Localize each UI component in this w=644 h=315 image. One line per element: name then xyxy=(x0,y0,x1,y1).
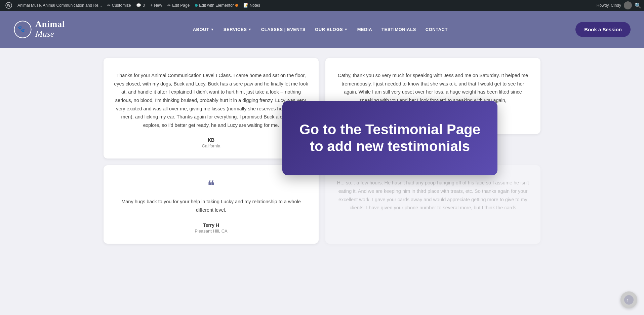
testimonial-card-3: ❝ Many hugs back to you for your help in… xyxy=(104,165,319,243)
admin-bar-customize[interactable]: ✏ Customize xyxy=(105,0,134,11)
logo-text: Animal Muse xyxy=(35,20,65,39)
elementor-dot-icon xyxy=(195,4,198,7)
orange-dot-icon xyxy=(235,4,238,7)
admin-bar-right: Howdy, Cindy 🔍 xyxy=(597,1,641,9)
svg-text:W: W xyxy=(7,4,10,7)
main-nav: ABOUT ▼ SERVICES ▼ CLASSES | EVENTS OUR … xyxy=(193,27,448,32)
testimonial-location-3: Pleasant Hill, CA xyxy=(114,229,309,234)
logo[interactable]: 🐾 Animal Muse xyxy=(13,20,65,39)
testimonial-text-3: Many hugs back to you for your help in t… xyxy=(114,198,309,214)
plus-icon: + xyxy=(150,3,153,8)
nav-blogs[interactable]: OUR BLOGS ▼ xyxy=(315,27,348,32)
testimonial-location-1: California xyxy=(114,143,309,148)
nav-contact[interactable]: CONTACT xyxy=(426,27,448,32)
services-arrow-icon: ▼ xyxy=(248,28,251,31)
main-content: Thanks for your Animal Communication Lev… xyxy=(0,48,644,315)
admin-bar-elementor[interactable]: Edit with Elementor xyxy=(192,0,240,11)
admin-bar-comments[interactable]: 💬 0 xyxy=(133,0,148,11)
testimonial-overlay[interactable]: Go to the Testimonial Page to add new te… xyxy=(282,101,497,175)
testimonial-card-4: H... so... a few hours. He hasn't had an… xyxy=(325,165,540,243)
scroll-to-top-button[interactable]: ↑ xyxy=(620,291,637,308)
svg-point-4 xyxy=(624,295,634,305)
overlay-text: Go to the Testimonial Page to add new te… xyxy=(299,121,481,155)
blogs-arrow-icon: ▼ xyxy=(344,28,348,31)
nav-services[interactable]: SERVICES ▼ xyxy=(224,27,252,32)
nav-classes-events[interactable]: CLASSES | EVENTS xyxy=(261,27,306,32)
admin-bar-new[interactable]: + New xyxy=(148,0,165,11)
comment-icon: 💬 xyxy=(136,3,141,8)
notes-icon: 📝 xyxy=(243,3,248,8)
testimonial-card-2-wrapper: Cathy, thank you so very much for speaki… xyxy=(325,58,540,159)
pencil-icon: ✏ xyxy=(107,3,111,8)
quote-icon: ❝ xyxy=(114,179,309,192)
site-header: 🐾 Animal Muse ABOUT ▼ SERVICES ▼ CLASSES… xyxy=(0,11,644,48)
howdy-text: Howdy, Cindy xyxy=(597,3,621,8)
admin-bar-wp-icon[interactable]: W xyxy=(3,0,15,11)
about-arrow-icon: ▼ xyxy=(210,28,214,31)
testimonials-grid: Thanks for your Animal Communication Lev… xyxy=(104,58,540,244)
testimonial-author-1: KB xyxy=(114,137,309,143)
testimonial-text-2: Cathy, thank you so very much for speaki… xyxy=(335,71,530,105)
book-session-button[interactable]: Book a Session xyxy=(575,22,631,37)
admin-bar-notes[interactable]: 📝 Notes xyxy=(241,0,263,11)
search-icon[interactable]: 🔍 xyxy=(635,2,641,9)
nav-testimonials[interactable]: TESTIMONIALS xyxy=(381,27,416,32)
testimonial-text-1: Thanks for your Animal Communication Lev… xyxy=(114,71,309,129)
svg-text:🐾: 🐾 xyxy=(17,25,25,33)
logo-icon: 🐾 xyxy=(13,20,32,39)
admin-bar: W Animal Muse, Animal Communication and … xyxy=(0,0,644,11)
edit-icon: ✏ xyxy=(167,3,171,8)
admin-avatar xyxy=(624,1,632,9)
testimonial-author-3: Terry H xyxy=(114,222,309,228)
nav-media[interactable]: MEDIA xyxy=(357,27,372,32)
admin-bar-site-name[interactable]: Animal Muse, Animal Communication and Re… xyxy=(15,0,105,11)
admin-bar-edit-page[interactable]: ✏ Edit Page xyxy=(165,0,192,11)
testimonial-text-4: H... so... a few hours. He hasn't had an… xyxy=(335,179,530,212)
svg-text:↑: ↑ xyxy=(627,297,629,303)
nav-about[interactable]: ABOUT ▼ xyxy=(193,27,214,32)
